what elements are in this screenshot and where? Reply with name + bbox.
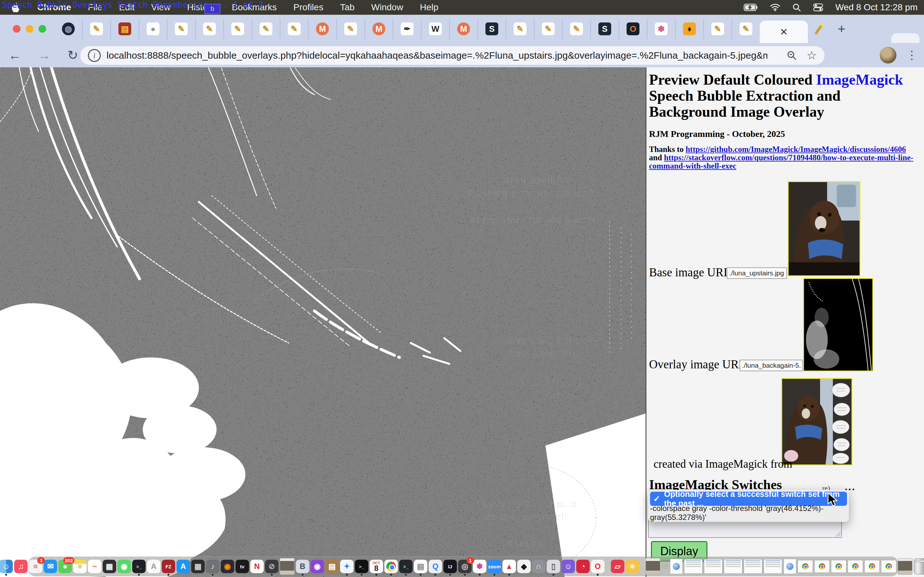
dock-launchpad[interactable]: ▦ [103, 560, 116, 573]
dock-minimized-window[interactable] [744, 559, 762, 574]
pinned-tab-pencil[interactable]: ✎ [506, 19, 534, 39]
url-text[interactable]: localhost:8888/speech_bubble_overlays.ph… [107, 50, 767, 61]
stackoverflow-link[interactable]: https://stackoverflow.com/questions/7109… [649, 153, 913, 170]
address-bar[interactable]: i localhost:8888/speech_bubble_overlays.… [80, 46, 825, 65]
dock-mamp-triangle[interactable]: ▲ [502, 560, 516, 573]
dock-minimized-window[interactable] [704, 559, 722, 574]
dock-speedtest[interactable]: ◔ [576, 560, 590, 573]
dock-mail[interactable]: ✉ [44, 560, 57, 573]
pinned-tab-pen-dark[interactable]: ✒ [393, 19, 421, 39]
browser-menu-icon[interactable]: ⋮ [906, 48, 918, 62]
dock-minimized-window[interactable] [724, 559, 742, 574]
dock-minimized-blue-doc[interactable] [783, 559, 796, 574]
dock-minimized-chrome-page[interactable] [848, 560, 863, 573]
dock-finder[interactable]: ☺ [0, 560, 13, 573]
dock-font-book[interactable]: ▤ [325, 560, 339, 573]
pinned-tab-wikipedia-w[interactable]: W [421, 19, 449, 39]
dock-terminal[interactable]: >_ [132, 560, 145, 573]
pinned-tab-pencil[interactable]: ✎ [167, 19, 195, 39]
menu-profiles[interactable]: Profiles [285, 2, 332, 13]
dock-minimized-photo[interactable] [898, 558, 913, 575]
dock-messages[interactable]: ●202 [58, 560, 72, 573]
spotlight-search-icon[interactable] [792, 3, 801, 11]
dock-notes[interactable]: ≡ [73, 560, 87, 573]
dock-no-sign[interactable]: ⊘ [265, 560, 278, 573]
dock-minimized-chrome-page[interactable] [798, 560, 813, 573]
pinned-tab-m-orange[interactable]: M [449, 19, 477, 39]
dock-podcasts[interactable]: ◉ [310, 560, 324, 573]
dock-earbud-utility[interactable]: ♪ [206, 560, 220, 573]
dock-gallery[interactable] [280, 558, 294, 575]
pinned-tab-recipe-book[interactable]: ▤ [110, 19, 139, 39]
menu-help[interactable]: Help [412, 2, 447, 13]
dock-apple-tv[interactable]: tv [236, 560, 249, 573]
close-tab-icon[interactable]: ✕ [780, 26, 788, 37]
dock-camera-app[interactable]: ◎1 [458, 560, 472, 573]
menu-tab[interactable]: Tab [332, 2, 363, 13]
pinned-tab-pencil[interactable]: ✎ [336, 19, 365, 39]
control-center-icon[interactable] [813, 3, 823, 11]
textarea-resize-grip[interactable] [835, 532, 841, 537]
pinned-tab-color-dots[interactable]: ✽ [647, 19, 675, 39]
base-image-input[interactable] [727, 268, 787, 279]
dock-intellij[interactable]: IJ [443, 560, 457, 573]
active-tab[interactable]: ✕ [760, 21, 808, 43]
dock-minimized-chrome-page[interactable] [864, 560, 880, 573]
dock-firefox[interactable]: ◉ [221, 560, 234, 573]
pinned-tab-amber-feather[interactable]: ♦ [675, 19, 703, 39]
pinned-tab-m-orange[interactable]: M [308, 19, 336, 39]
dock-inkscape[interactable]: ◆ [517, 560, 531, 573]
dock-fitness[interactable]: ~ [88, 560, 102, 573]
dock-trash[interactable] [914, 558, 924, 574]
pinned-tab-m-orange[interactable]: M [365, 19, 393, 39]
overlay-image-input[interactable] [740, 359, 803, 371]
pinned-tab-pencil[interactable]: ✎ [82, 19, 110, 39]
menu-bar-clock[interactable]: Wed 8 Oct 12:28 pm [835, 2, 918, 13]
menu-window[interactable]: Window [363, 2, 412, 13]
battery-charging-icon[interactable] [744, 3, 758, 11]
reload-icon[interactable]: ↻ [67, 48, 78, 63]
dock-filezilla[interactable]: FZ [162, 560, 175, 573]
pinned-tab-pencil[interactable]: ✎ [280, 19, 308, 39]
dock-gray-shapes[interactable]: ∩ [532, 560, 545, 573]
dock-safari[interactable]: ✦ [340, 560, 354, 573]
github-discussion-link[interactable]: https://github.com/ImageMagick/ImageMagi… [686, 145, 906, 153]
dock-zoom[interactable]: zoom [488, 560, 501, 573]
zoom-window-button[interactable] [39, 25, 46, 33]
dropdown-option-switches[interactable]: -colorspace gray -color-threshold 'gray(… [650, 506, 847, 520]
pinned-tab-pencil[interactable]: ✎ [703, 19, 732, 39]
pinned-tab-s-dark[interactable]: S [477, 19, 506, 39]
site-info-icon[interactable]: i [88, 49, 101, 62]
dock-cards[interactable]: ▱ [611, 560, 624, 573]
pinned-tab-chrome-logo[interactable]: ◍ [55, 19, 82, 39]
imagemagick-link[interactable]: ImageMagick [816, 71, 903, 88]
dock-appstore[interactable]: A [176, 560, 190, 573]
pinned-tab-gray-circle[interactable]: ● [139, 19, 167, 39]
pinned-tab-pencil[interactable]: ✎ [223, 19, 252, 39]
dock-news[interactable]: N [250, 560, 264, 573]
pinned-tab-pencil[interactable]: ✎ [195, 19, 223, 39]
bookmark-star-icon[interactable]: ☆ [806, 49, 817, 62]
dock-minimized-doc-photo[interactable] [646, 558, 660, 575]
dock-facetime[interactable]: ◉ [118, 560, 131, 573]
dock-minimized-gray-blob[interactable] [662, 563, 669, 570]
pinned-tab-pencil[interactable]: ✎ [534, 19, 562, 39]
pinned-tab-pencil[interactable]: ✎ [732, 19, 760, 39]
wifi-icon[interactable] [770, 3, 780, 11]
dock-minimized-window[interactable] [684, 559, 703, 574]
dock-opera[interactable]: O [591, 560, 604, 573]
minimize-window-button[interactable] [26, 25, 33, 33]
new-tab-button[interactable]: + [830, 22, 853, 36]
dock-minimized-window[interactable] [764, 559, 782, 574]
dock-minimized-chrome-page[interactable] [881, 560, 897, 573]
dock-music[interactable]: ♫ [14, 560, 27, 573]
dock-iphone-mirroring[interactable]: ▯ [547, 560, 560, 573]
pinned-tab-pencil[interactable]: ✎ [252, 19, 280, 39]
dock-idea-lamp[interactable]: ☀ [626, 560, 639, 573]
dock-textedit[interactable]: A [147, 560, 160, 573]
dock-console[interactable]: >_ [399, 560, 413, 573]
dock-textedit-2[interactable]: ▤ [414, 560, 427, 573]
dock-keypad[interactable]: ▦ [191, 560, 205, 573]
dock-reminders[interactable]: ≡3 [29, 560, 42, 573]
pinned-tab-o-ring[interactable]: O [619, 19, 647, 39]
